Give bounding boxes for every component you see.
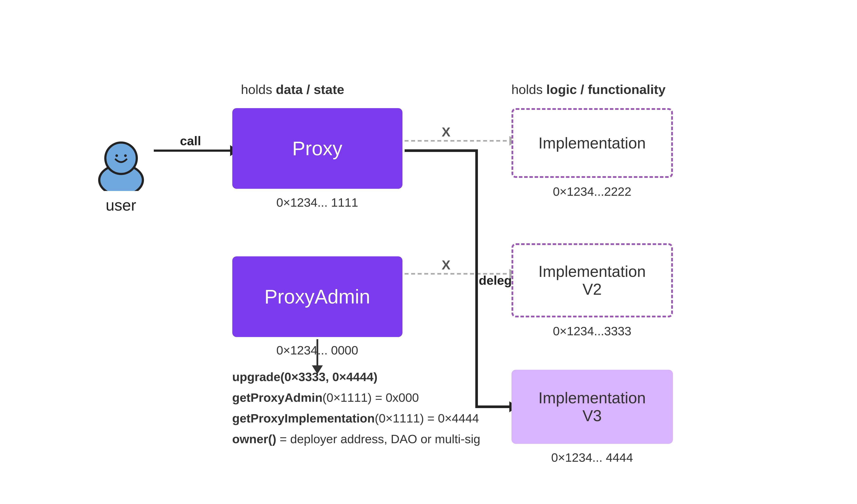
diagram-container: call X X delegatecall holds data / state	[0, 0, 857, 504]
impl-v2-label: Implementation V2	[538, 262, 645, 298]
proxy-box-label: Proxy	[292, 137, 342, 160]
svg-text:X: X	[442, 125, 450, 139]
svg-point-14	[105, 142, 137, 174]
user-icon	[97, 139, 145, 192]
impl-v1-box: Implementation	[511, 108, 673, 178]
proxy-address: 0×1234... 1111	[232, 195, 402, 209]
impl-v3-address: 0×1234... 4444	[511, 450, 673, 465]
svg-text:call: call	[180, 134, 201, 148]
diagram-inner: call X X delegatecall holds data / state	[80, 34, 778, 470]
proxyadmin-address: 0×1234... 0000	[232, 343, 402, 357]
func-line-getproxyimpl: getProxyImplementation(0×1111) = 0×4444	[232, 411, 480, 425]
impl-v1-address: 0×1234...2222	[511, 185, 673, 198]
svg-point-15	[115, 154, 118, 157]
impl-v3-label: Implementation V3	[538, 389, 645, 425]
proxyadmin-box: ProxyAdmin	[232, 256, 402, 337]
user-block: user	[97, 139, 145, 214]
proxy-box: Proxy	[232, 108, 402, 189]
impl-v3-box: Implementation V3	[511, 370, 673, 444]
holds-data-label: holds data / state	[241, 82, 345, 97]
impl-v2-box: Implementation V2	[511, 243, 673, 317]
user-label: user	[105, 196, 136, 214]
func-line-upgrade: upgrade(0×3333, 0×4444)	[232, 370, 480, 384]
proxyadmin-box-label: ProxyAdmin	[264, 285, 370, 308]
impl-v2-address: 0×1234...3333	[511, 324, 673, 338]
impl-v1-label: Implementation	[538, 134, 645, 152]
func-calls: upgrade(0×3333, 0×4444) getProxyAdmin(0×…	[232, 370, 480, 446]
holds-data-bold: data / state	[276, 82, 344, 97]
svg-point-16	[124, 154, 127, 157]
holds-logic-bold: logic / functionality	[547, 82, 666, 97]
holds-logic-label: holds logic / functionality	[511, 82, 666, 97]
svg-text:X: X	[442, 258, 450, 272]
func-line-owner: owner() = deployer address, DAO or multi…	[232, 432, 480, 446]
func-line-getproxyadmin: getProxyAdmin(0×1111) = 0x000	[232, 390, 480, 405]
